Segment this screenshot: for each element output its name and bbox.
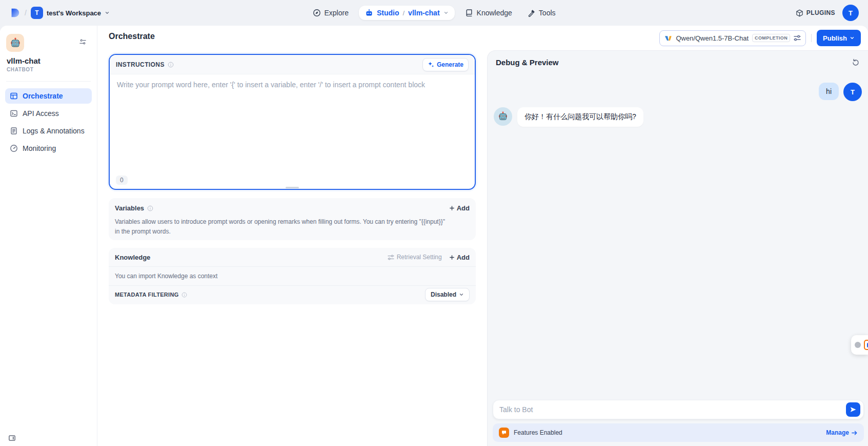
arrow-right-icon <box>851 430 858 436</box>
model-selector[interactable]: Qwen/Qwen1.5-7B-Chat COMPLETION <box>659 30 806 46</box>
manage-features-button[interactable]: Manage <box>826 429 858 436</box>
nav-studio-active[interactable]: Studio / vllm-chat <box>359 6 455 20</box>
user-message-row: hi T <box>494 83 862 101</box>
workspace-name: test's Workspace <box>47 9 101 17</box>
top-nav: / T test's Workspace Explore Studio / vl… <box>0 0 868 26</box>
features-icon <box>499 428 509 438</box>
add-label: Add <box>457 204 470 212</box>
hammer-icon <box>528 9 535 17</box>
resize-handle[interactable] <box>286 187 299 188</box>
nav-studio-label: Studio <box>377 9 399 17</box>
knowledge-title: Knowledge <box>115 254 150 261</box>
user-message-avatar: T <box>843 83 862 101</box>
app-icon[interactable] <box>6 34 24 52</box>
current-app-crumb: vllm-chat <box>408 9 439 17</box>
collapse-sidebar-icon[interactable] <box>8 434 16 442</box>
send-button[interactable] <box>846 402 860 417</box>
variables-panel: Variables Add Variables allow users to i… <box>109 198 476 240</box>
variables-title: Variables <box>115 204 144 212</box>
nav-explore[interactable]: Explore <box>307 6 353 20</box>
user-message-bubble: hi <box>819 83 839 100</box>
sidebar-menu: Orchestrate API Access Logs & Annotation… <box>5 88 92 156</box>
restart-conversation-icon[interactable] <box>852 59 860 67</box>
nav-plugins[interactable]: PLUGINS <box>796 9 835 17</box>
robot-avatar-icon <box>9 37 22 49</box>
studio-crumb-separator: / <box>402 9 405 17</box>
add-variable-button[interactable]: Add <box>449 204 470 212</box>
nav-knowledge-label: Knowledge <box>477 9 512 17</box>
chevron-down-icon <box>459 292 464 297</box>
model-mode-badge: COMPLETION <box>752 34 790 42</box>
sidebar-item-monitoring[interactable]: Monitoring <box>5 141 92 156</box>
chat-bottom-area: Features Enabled Manage <box>493 400 864 442</box>
features-enabled-label: Features Enabled <box>514 429 562 436</box>
plus-icon <box>449 255 455 260</box>
package-icon <box>796 9 803 17</box>
breadcrumb-separator: / <box>25 9 27 17</box>
chat-input-bar <box>493 400 864 419</box>
nav-knowledge[interactable]: Knowledge <box>460 6 517 20</box>
info-icon <box>147 205 153 211</box>
variables-description: Variables allow users to introduce promp… <box>115 217 451 237</box>
robot-icon <box>365 9 373 17</box>
chevron-down-icon <box>105 10 110 15</box>
sidebar-divider <box>6 81 91 82</box>
user-avatar[interactable]: T <box>842 5 859 21</box>
knowledge-panel: Knowledge Retrieval Setting Add You can … <box>109 248 476 304</box>
knowledge-description: You can import Knowledge as context <box>109 266 476 286</box>
manage-label: Manage <box>826 429 849 436</box>
app-name: vllm-chat <box>7 56 41 65</box>
publish-label: Publish <box>823 34 847 42</box>
sidebar-item-api-access[interactable]: API Access <box>5 106 92 121</box>
variables-header: Variables Add <box>115 204 470 212</box>
book-icon <box>465 9 473 17</box>
metadata-filtering-dropdown[interactable]: Disabled <box>425 288 470 301</box>
generate-button[interactable]: Generate <box>422 58 469 71</box>
prompt-placeholder: Write your prompt word here, enter '{' t… <box>117 81 465 89</box>
publish-button[interactable]: Publish <box>817 30 861 46</box>
gauge-icon <box>10 144 18 152</box>
chat-messages: hi T 你好！有什么问题我可以帮助你吗? <box>494 83 862 127</box>
metadata-filtering-row: METADATA FILTERING Disabled <box>109 286 476 303</box>
add-label: Add <box>457 254 470 261</box>
chevron-down-icon <box>850 35 855 41</box>
retrieval-setting-button[interactable]: Retrieval Setting <box>388 254 442 261</box>
debug-preview-panel: Debug & Preview hi T 你好！有什么问题我可以帮助你吗? <box>487 50 868 446</box>
extension-float-widget[interactable] <box>851 335 868 355</box>
model-name: Qwen/Qwen1.5-7B-Chat <box>676 34 749 42</box>
page-title: Orchestrate <box>109 32 155 41</box>
dify-logo[interactable] <box>9 7 21 18</box>
metadata-filtering-label: METADATA FILTERING <box>115 292 179 298</box>
workspace-selector[interactable]: T test's Workspace <box>31 7 110 19</box>
bot-message-avatar <box>494 107 512 126</box>
sidebar-item-logs-annotations[interactable]: Logs & Annotations <box>5 123 92 139</box>
debug-title: Debug & Preview <box>496 58 559 67</box>
header-toolbar: Qwen/Qwen1.5-7B-Chat COMPLETION Publish <box>659 30 861 46</box>
instructions-panel: INSTRUCTIONS Generate Write your prompt … <box>109 54 476 190</box>
instructions-title: INSTRUCTIONS <box>116 61 165 68</box>
workspace-avatar: T <box>31 7 43 19</box>
app-settings-icon[interactable] <box>79 38 87 46</box>
extension-icon <box>864 340 868 350</box>
sidebar-item-label: Logs & Annotations <box>23 127 85 135</box>
page-body: vllm-chat CHATBOT Orchestrate API Access… <box>0 26 868 446</box>
toolbar-divider <box>811 34 812 42</box>
nav-tools[interactable]: Tools <box>522 6 561 20</box>
chat-input[interactable] <box>499 405 846 414</box>
robot-avatar-icon <box>497 111 509 122</box>
add-knowledge-button[interactable]: Add <box>449 254 470 261</box>
sidebar-item-label: API Access <box>23 109 59 118</box>
chevron-down-icon[interactable] <box>443 10 449 15</box>
sidebar-item-label: Monitoring <box>23 144 56 152</box>
prompt-editor[interactable]: Write your prompt word here, enter '{' t… <box>110 74 475 190</box>
bot-message-row: 你好！有什么问题我可以帮助你吗? <box>494 107 862 127</box>
app-sidebar: vllm-chat CHATBOT Orchestrate API Access… <box>0 26 97 446</box>
model-params-icon[interactable] <box>794 34 801 42</box>
sparkles-icon <box>428 61 434 68</box>
metadata-filtering-value: Disabled <box>431 291 456 298</box>
sidebar-item-label: Orchestrate <box>23 92 63 100</box>
vllm-logo-icon <box>664 34 672 42</box>
sidebar-item-orchestrate[interactable]: Orchestrate <box>5 88 92 104</box>
explore-icon <box>312 9 320 17</box>
document-list-icon <box>10 127 18 135</box>
